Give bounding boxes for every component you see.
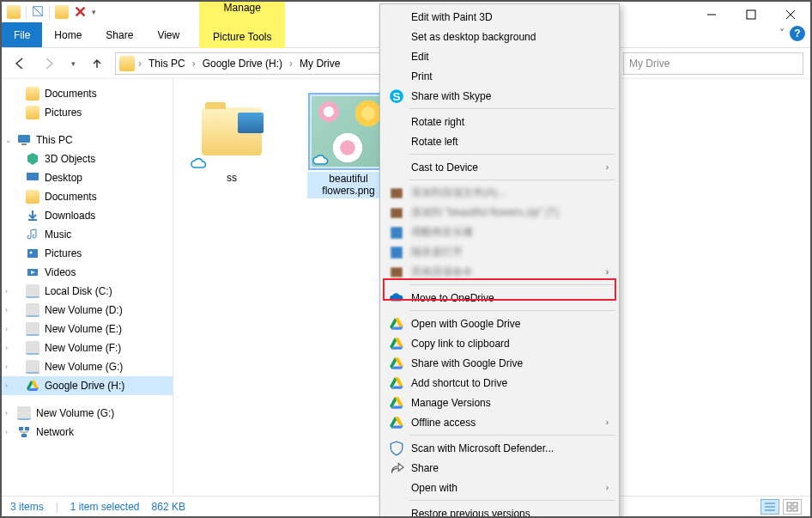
sidebar-item-label: New Volume (D:) — [45, 304, 123, 316]
network-icon — [17, 425, 31, 439]
menu-cast-to-device[interactable]: Cast to Device› — [382, 157, 617, 177]
menu-add-shortcut-to-drive[interactable]: Add shortcut to Drive — [382, 373, 617, 393]
ribbon-collapse-icon[interactable]: ˅ — [779, 27, 785, 40]
drive-icon — [26, 303, 39, 317]
list-item-folder-ss[interactable]: ss — [191, 94, 273, 184]
menu-share[interactable]: Share — [382, 458, 617, 478]
menu-restore-previous-versions[interactable]: Restore previous versions — [382, 503, 617, 518]
chevron-right-icon[interactable]: › — [191, 58, 197, 70]
up-button[interactable] — [86, 52, 108, 75]
dropdown-icon[interactable]: ▾ — [92, 8, 96, 16]
sidebar-item-desktop[interactable]: Desktop — [2, 168, 173, 187]
close-button[interactable] — [771, 2, 810, 27]
back-button[interactable] — [9, 52, 31, 75]
menu-manage-versions[interactable]: Manage Versions — [382, 393, 617, 412]
crumb-gdrive[interactable]: Google Drive (H:) — [199, 58, 286, 70]
menu-archive-option-2[interactable]: 添加到 "beautiful flowers.zip" (T) — [382, 203, 617, 222]
chevron-down-icon[interactable]: ⌄ — [5, 136, 12, 144]
chevron-right-icon[interactable]: › — [136, 58, 143, 70]
search-input[interactable]: My Drive — [623, 52, 803, 75]
sidebar-item-3d-objects[interactable]: 3D Objects — [2, 149, 173, 168]
chevron-right-icon: › — [606, 417, 609, 427]
crumb-this-pc[interactable]: This PC — [145, 58, 189, 70]
chevron-right-icon[interactable]: › — [5, 409, 8, 417]
chevron-right-icon[interactable]: › — [5, 381, 8, 390]
chevron-right-icon[interactable]: › — [5, 306, 8, 314]
menu-rotate-left[interactable]: Rotate left — [382, 131, 617, 151]
picture-tools-tab[interactable]: Picture Tools — [213, 31, 271, 48]
menu-scan-defender[interactable]: Scan with Microsoft Defender... — [382, 438, 617, 458]
share-icon — [389, 460, 404, 476]
sidebar-item-pictures[interactable]: Pictures — [2, 244, 173, 263]
sidebar-item-documents[interactable]: Documents — [2, 187, 173, 206]
chevron-right-icon: › — [606, 267, 609, 277]
menu-share-with-google-drive[interactable]: Share with Google Drive — [382, 353, 617, 373]
menu-app-option-2[interactable]: 隔音器打开 — [382, 242, 617, 262]
chevron-right-icon[interactable]: › — [5, 363, 8, 371]
new-folder-icon[interactable] — [55, 5, 69, 19]
menu-edit[interactable]: Edit — [382, 46, 617, 66]
contextual-tools-tab[interactable]: Manage Picture Tools — [199, 2, 285, 48]
menu-archive-option-3[interactable]: 其他压缩命令› — [382, 262, 617, 282]
menu-set-desktop-background[interactable]: Set as desktop background — [382, 27, 617, 46]
menu-copy-link[interactable]: Copy link to clipboard — [382, 333, 617, 353]
chevron-right-icon[interactable]: › — [5, 325, 8, 333]
sidebar-item-label: New Volume (F:) — [45, 342, 121, 354]
menu-open-with[interactable]: Open with› — [382, 478, 617, 497]
sidebar-item-network[interactable]: ›Network — [2, 423, 173, 442]
menu-edit-paint3d[interactable]: Edit with Paint 3D — [382, 7, 617, 27]
sidebar-item-pictures[interactable]: Pictures — [2, 103, 173, 122]
sidebar-item-documents[interactable]: Documents — [2, 84, 173, 103]
help-icon[interactable]: ? — [790, 26, 805, 41]
chevron-right-icon[interactable]: › — [5, 428, 8, 436]
tab-home[interactable]: Home — [42, 22, 94, 47]
maximize-button[interactable] — [731, 2, 771, 27]
sidebar-item-volume-d[interactable]: ›New Volume (D:) — [2, 301, 173, 320]
app-icon — [389, 245, 404, 260]
menu-print[interactable]: Print — [382, 66, 617, 86]
sidebar-item-videos[interactable]: Videos — [2, 263, 173, 282]
defender-icon — [389, 441, 404, 456]
forward-button[interactable] — [38, 52, 60, 75]
crumb-mydrive[interactable]: My Drive — [296, 58, 343, 70]
svg-text:S: S — [392, 89, 400, 102]
sidebar-item-label: Local Disk (C:) — [45, 285, 112, 297]
menu-app-option-1[interactable]: 用酷狗音乐播 — [382, 222, 617, 242]
recent-locations-button[interactable]: ▾ — [67, 52, 79, 75]
context-menu[interactable]: Edit with Paint 3D Set as desktop backgr… — [379, 3, 620, 518]
skype-icon: S — [389, 88, 404, 104]
sidebar-item-google-drive-h[interactable]: ›Google Drive (H:) — [2, 376, 173, 395]
chevron-right-icon[interactable]: › — [288, 58, 294, 70]
sidebar-item-this-pc[interactable]: ⌄This PC — [2, 131, 173, 149]
tab-file[interactable]: File — [2, 22, 42, 47]
menu-open-with-google-drive[interactable]: Open with Google Drive — [382, 314, 617, 333]
svg-rect-20 — [391, 208, 403, 217]
menu-move-to-onedrive[interactable]: Move to OneDrive — [382, 288, 617, 308]
minimize-button[interactable] — [692, 2, 731, 27]
menu-share-with-skype[interactable]: SShare with Skype — [382, 86, 617, 106]
tab-share[interactable]: Share — [94, 22, 145, 47]
svg-rect-11 — [25, 427, 29, 430]
properties-icon[interactable] — [32, 5, 44, 20]
delete-icon[interactable]: ✕ — [74, 3, 87, 21]
menu-archive-option-1[interactable]: 添加到压缩文件(A)... — [382, 183, 617, 203]
tab-view[interactable]: View — [145, 22, 191, 47]
search-placeholder: My Drive — [629, 58, 670, 70]
chevron-right-icon[interactable]: › — [5, 287, 8, 296]
sidebar-item-downloads[interactable]: Downloads — [2, 206, 173, 225]
view-details-button[interactable] — [760, 499, 779, 515]
menu-offline-access[interactable]: Offline access› — [382, 412, 617, 432]
sidebar-item-volume-e[interactable]: ›New Volume (E:) — [2, 320, 173, 338]
svg-rect-23 — [391, 267, 403, 277]
chevron-right-icon[interactable]: › — [5, 344, 8, 352]
sidebar-item-volume-f[interactable]: ›New Volume (F:) — [2, 338, 173, 357]
separator — [49, 5, 50, 19]
nav-pane[interactable]: Documents Pictures ⌄This PC 3D Objects D… — [2, 79, 173, 496]
view-large-icons-button[interactable] — [783, 499, 802, 515]
sidebar-item-volume-g-below[interactable]: ›New Volume (G:) — [2, 404, 173, 423]
list-item-image-beautiful-flowers[interactable]: beautiful flowers.png — [307, 94, 390, 198]
sidebar-item-volume-g[interactable]: ›New Volume (G:) — [2, 357, 173, 376]
menu-rotate-right[interactable]: Rotate right — [382, 112, 617, 131]
sidebar-item-music[interactable]: Music — [2, 225, 173, 244]
sidebar-item-local-disk-c[interactable]: ›Local Disk (C:) — [2, 282, 173, 301]
